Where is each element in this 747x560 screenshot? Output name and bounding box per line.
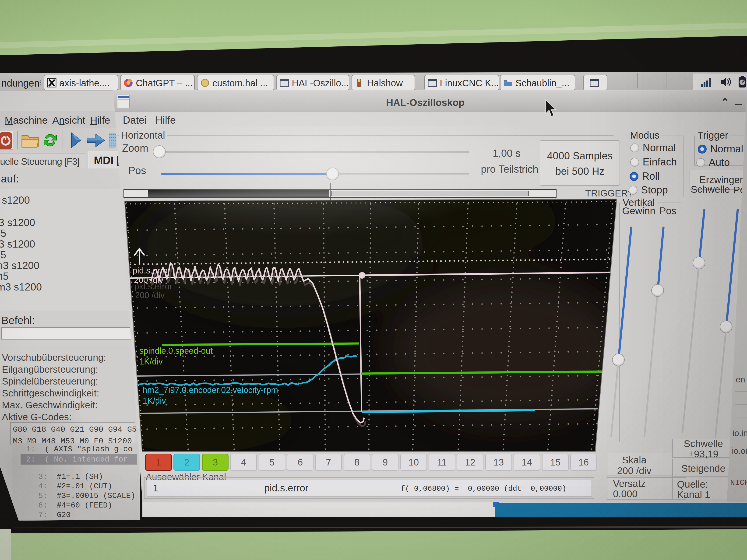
svg-text:pid.s.error: pid.s.error [134, 282, 172, 291]
svg-text:spindle.0.speed-out: spindle.0.speed-out [139, 346, 213, 355]
svg-text:pid.s.error: pid.s.error [133, 266, 171, 275]
svg-text:1K/div: 1K/div [139, 357, 163, 366]
svg-text:hm2_7i97.0.encoder.02.velocity: hm2_7i97.0.encoder.02.velocity-rpm [143, 385, 278, 395]
svg-text:200 /div: 200 /div [135, 291, 164, 300]
svg-text:1K/div: 1K/div [143, 396, 166, 405]
